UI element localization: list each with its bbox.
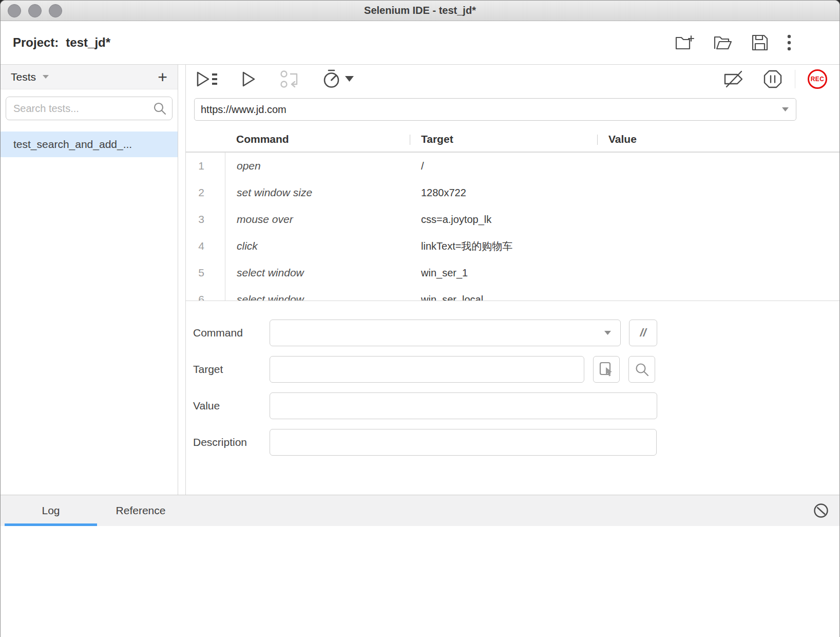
title-bar: Selenium IDE - test_jd* — [1, 1, 839, 21]
target-field-label: Target — [193, 363, 270, 376]
search-icon — [153, 102, 166, 115]
base-url-row — [186, 93, 839, 121]
tab-reference[interactable]: Reference — [97, 495, 184, 526]
log-content — [1, 526, 839, 637]
clear-icon — [813, 502, 829, 519]
record-button[interactable]: REC — [808, 69, 827, 89]
clear-log-button[interactable] — [813, 502, 829, 519]
run-all-tests-button[interactable] — [195, 70, 219, 88]
target-input[interactable] — [270, 356, 584, 383]
row-number: 5 — [186, 267, 225, 279]
commands-table-header: Command Target Value — [186, 127, 839, 153]
test-editor: REC Command Target Value 1open/2set wind… — [185, 65, 839, 495]
row-target: 1280x722 — [410, 187, 597, 199]
tests-dropdown-caret-icon[interactable] — [42, 74, 49, 79]
command-select-input[interactable] — [270, 320, 621, 346]
new-project-icon — [675, 34, 695, 51]
disable-breakpoints-button[interactable] — [722, 69, 746, 89]
window-title: Selenium IDE - test_jd* — [1, 5, 839, 16]
bottom-tab-bar: Log Reference — [1, 495, 839, 526]
command-row[interactable]: 5select windowwin_ser_1 — [186, 259, 839, 286]
row-number: 6 — [186, 293, 225, 301]
tab-reference-label: Reference — [116, 504, 166, 517]
test-list: test_search_and_add_... — [1, 132, 178, 157]
row-number: 4 — [186, 240, 225, 252]
row-command: set window size — [225, 179, 410, 206]
command-row[interactable]: 2set window size1280x722 — [186, 179, 839, 206]
search-tests-input[interactable] — [6, 97, 173, 120]
command-dropdown-caret-icon[interactable] — [604, 330, 612, 335]
project-label: Project: — [13, 35, 59, 50]
tab-log-label: Log — [42, 504, 60, 517]
command-edit-form: Command // Target — [186, 301, 839, 465]
value-column-header[interactable]: Value — [597, 127, 839, 152]
stopwatch-icon — [322, 69, 341, 89]
pause-octagon-icon — [763, 69, 782, 89]
row-command: mouse over — [225, 206, 410, 233]
toolbar-separator — [795, 70, 795, 88]
play-all-icon — [195, 70, 219, 88]
command-row[interactable]: 6select windowwin_ser_local — [186, 286, 839, 301]
select-target-button[interactable] — [593, 356, 620, 383]
pause-on-exceptions-button[interactable] — [763, 69, 782, 89]
url-dropdown-caret-icon[interactable] — [781, 107, 789, 112]
row-target: win_ser_1 — [410, 267, 597, 279]
kebab-menu-icon — [787, 34, 791, 51]
toggle-comment-button[interactable]: // — [629, 320, 657, 346]
base-url-input[interactable] — [194, 98, 796, 121]
select-target-icon — [598, 361, 615, 378]
test-list-item[interactable]: test_search_and_add_... — [1, 132, 178, 157]
play-icon — [241, 70, 257, 88]
project-more-menu-button[interactable] — [787, 34, 791, 51]
execution-speed-control[interactable] — [322, 69, 354, 89]
command-field-label: Command — [193, 327, 270, 339]
search-icon — [635, 362, 649, 377]
command-row[interactable]: 3mouse overcss=a.joytop_lk — [186, 206, 839, 233]
active-tab-underline — [5, 523, 97, 526]
step-over-icon — [279, 69, 300, 89]
step-over-button[interactable] — [279, 69, 300, 89]
description-input[interactable] — [270, 429, 657, 456]
project-bar: Project: test_jd* — [1, 21, 839, 65]
run-current-test-button[interactable] — [241, 70, 257, 88]
bottom-panel: Log Reference — [1, 495, 839, 637]
row-command: select window — [225, 286, 410, 301]
tests-sidebar: Tests + test_search_and_add_... — [1, 65, 178, 495]
new-project-button[interactable] — [675, 34, 695, 51]
project-name: test_jd* — [66, 35, 110, 50]
row-command: open — [225, 153, 410, 179]
open-project-button[interactable] — [713, 34, 733, 51]
row-command: click — [225, 233, 410, 259]
save-project-button[interactable] — [751, 34, 769, 51]
disable-breakpoints-icon — [722, 69, 746, 89]
row-target: css=a.joytop_lk — [410, 214, 597, 226]
add-test-button[interactable]: + — [158, 69, 167, 85]
value-input[interactable] — [270, 392, 657, 419]
target-column-header[interactable]: Target — [410, 127, 597, 152]
commands-table-body: 1open/2set window size1280x7223mouse ove… — [186, 153, 839, 301]
commands-table: Command Target Value 1open/2set window s… — [186, 127, 839, 301]
row-target: win_ser_local — [410, 294, 597, 301]
row-number: 3 — [186, 213, 225, 226]
tests-header: Tests + — [1, 65, 178, 89]
tests-title: Tests — [11, 71, 36, 83]
playback-toolbar: REC — [186, 65, 839, 93]
selenium-ide-window: Selenium IDE - test_jd* Project: test_jd… — [0, 0, 840, 637]
row-number: 2 — [186, 186, 225, 199]
tab-log[interactable]: Log — [5, 495, 97, 526]
row-number: 1 — [186, 160, 225, 172]
speed-dropdown-caret-icon — [345, 76, 354, 82]
command-row[interactable]: 1open/ — [186, 153, 839, 179]
row-target: / — [410, 160, 597, 172]
description-field-label: Description — [193, 436, 270, 448]
test-search — [6, 97, 173, 120]
row-target: linkText=我的购物车 — [410, 239, 597, 253]
value-field-label: Value — [193, 400, 270, 412]
main-area: Tests + test_search_and_add_... — [1, 65, 839, 495]
row-command: select window — [225, 259, 410, 286]
find-target-button[interactable] — [628, 356, 655, 383]
row-number-column-header — [186, 127, 225, 152]
command-row[interactable]: 4clicklinkText=我的购物车 — [186, 233, 839, 259]
open-folder-icon — [713, 34, 733, 51]
command-column-header[interactable]: Command — [225, 127, 410, 152]
